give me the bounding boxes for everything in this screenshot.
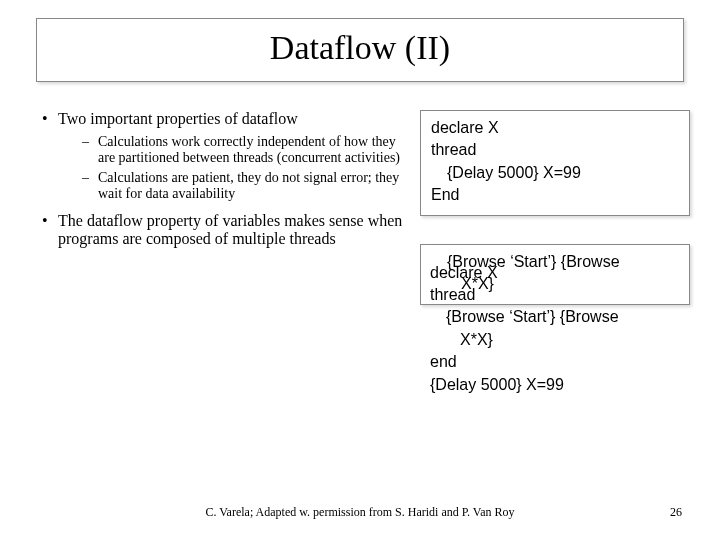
content-area: Two important properties of dataflow Cal… bbox=[20, 110, 700, 404]
overlay-line1: {Browse ‘Start’} {Browse bbox=[431, 251, 679, 273]
title-box: Dataflow (II) bbox=[36, 18, 684, 82]
bullet-list: Two important properties of dataflow Cal… bbox=[20, 110, 410, 248]
code-box-1: declare X thread {Delay 5000} X=99 End bbox=[420, 110, 690, 216]
sub-bullet-1a: Calculations work correctly independent … bbox=[82, 134, 410, 166]
sub-bullet-1b: Calculations are patient, they do not si… bbox=[82, 170, 410, 202]
footer-credit: C. Varela; Adapted w. permission from S.… bbox=[0, 505, 720, 520]
code2-line4: X*X} bbox=[430, 329, 680, 351]
code1-line4: End bbox=[431, 186, 459, 203]
code2-line5: end bbox=[430, 353, 457, 370]
slide-title: Dataflow (II) bbox=[37, 29, 683, 67]
overlay-line2: X*X} bbox=[431, 273, 679, 295]
code1-line2: thread bbox=[431, 141, 476, 158]
code1-line3: {Delay 5000} X=99 bbox=[431, 162, 679, 184]
code1-line1: declare X bbox=[431, 119, 499, 136]
bullet-1: Two important properties of dataflow Cal… bbox=[42, 110, 410, 202]
code2-line6: {Delay 5000} X=99 bbox=[430, 376, 564, 393]
page-number: 26 bbox=[670, 505, 682, 520]
sub-bullet-list: Calculations work correctly independent … bbox=[58, 134, 410, 202]
code2-line3: {Browse ‘Start’} {Browse bbox=[430, 306, 680, 328]
code-box-overlay: {Browse ‘Start’} {Browse X*X} bbox=[420, 244, 690, 305]
bullet-1-text: Two important properties of dataflow bbox=[58, 110, 298, 127]
bullet-2: The dataflow property of variables makes… bbox=[42, 212, 410, 248]
left-column: Two important properties of dataflow Cal… bbox=[20, 110, 410, 404]
right-column: declare X thread {Delay 5000} X=99 End {… bbox=[420, 110, 690, 404]
